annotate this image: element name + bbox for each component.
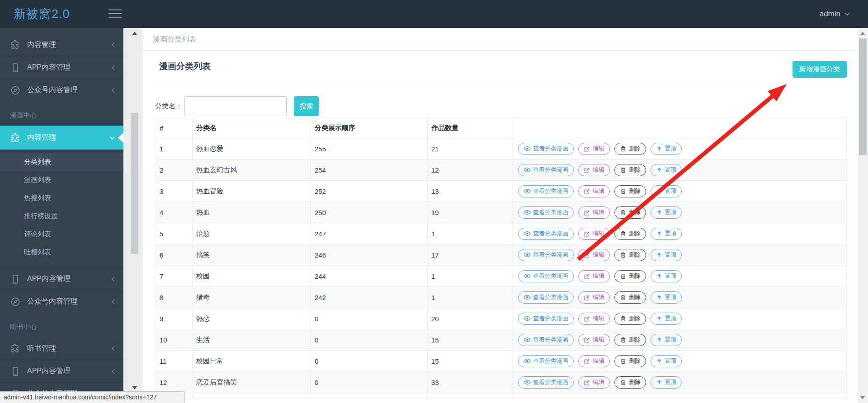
delete-button[interactable]: 删除 (614, 355, 646, 367)
delete-button[interactable]: 删除 (614, 206, 646, 219)
cell-count: 20 (428, 308, 513, 329)
pin-top-button[interactable]: 置顶 (651, 206, 682, 219)
delete-button[interactable]: 删除 (614, 291, 646, 304)
sidebar-item-content-mgmt-active[interactable]: 内容管理 (0, 126, 123, 150)
cell-name: 校园日常 (193, 351, 311, 372)
delete-button[interactable]: 删除 (614, 185, 646, 197)
delete-button[interactable]: 删除 (614, 376, 646, 389)
sidebar-item-wechat-content-mgmt-2[interactable]: 公众号内容管理 (0, 290, 123, 313)
cell-name: 校园 (193, 266, 311, 287)
pin-top-button[interactable]: 置顶 (651, 313, 682, 325)
view-category-comics-button[interactable]: 查看分类漫画 (518, 249, 574, 261)
table-row: 3 热血冒险 252 13 查看分类漫画 (156, 181, 847, 202)
pin-top-button[interactable]: 置顶 (651, 185, 682, 197)
view-category-comics-button[interactable]: 查看分类漫画 (518, 185, 574, 197)
table-row: 7 校园 244 1 查看分类漫画 (156, 266, 847, 287)
trash-icon (620, 358, 627, 365)
view-category-comics-button[interactable]: 查看分类漫画 (518, 143, 574, 155)
view-category-comics-button[interactable]: 查看分类漫画 (518, 355, 574, 367)
edit-button[interactable]: 编辑 (578, 270, 610, 282)
trash-icon (620, 379, 627, 386)
view-category-comics-button[interactable]: 查看分类漫画 (518, 270, 574, 282)
arrow-up-icon (656, 358, 662, 364)
edit-button[interactable]: 编辑 (578, 355, 610, 367)
chevron-left-icon (111, 42, 115, 48)
pin-top-button[interactable]: 置顶 (651, 249, 682, 261)
sidebar-subitem-comment-list[interactable]: 评论列表 (0, 225, 123, 243)
phone-icon (10, 62, 21, 73)
inner-scrollbar-thumb[interactable] (131, 113, 138, 254)
edit-button[interactable]: 编辑 (578, 291, 610, 304)
edit-button[interactable]: 编辑 (578, 206, 610, 219)
pin-top-button[interactable]: 置顶 (651, 270, 682, 282)
sidebar-toggle-icon[interactable] (108, 9, 122, 19)
pin-top-button[interactable]: 置顶 (651, 164, 682, 176)
cell-index: 11 (156, 351, 193, 372)
sidebar-item-app-content-mgmt[interactable]: APP内容管理 (0, 56, 123, 79)
inner-scrollbar[interactable] (130, 28, 139, 403)
trash-icon (620, 145, 627, 152)
view-category-comics-button[interactable]: 查看分类漫画 (518, 291, 574, 304)
table-row: 12 恋爱后宫搞笑 0 33 查看分类漫画 (156, 372, 847, 393)
edit-button[interactable]: 编辑 (578, 334, 610, 346)
cell-actions: 查看分类漫画 编辑 删除 (513, 329, 847, 351)
sidebar-item-wechat-content-mgmt[interactable]: 公众号内容管理 (0, 79, 123, 101)
sidebar-item-audiobook-mgmt[interactable]: 听书管理 (0, 337, 123, 360)
sidebar-subitem-category-list[interactable]: 分类列表 (0, 153, 123, 171)
view-category-comics-button[interactable]: 查看分类漫画 (518, 376, 574, 389)
edit-button[interactable]: 编辑 (578, 143, 610, 155)
sidebar-subitem-hot-search-list[interactable]: 热搜列表 (0, 189, 123, 207)
edit-button[interactable]: 编辑 (578, 228, 610, 240)
delete-button[interactable]: 删除 (614, 334, 646, 346)
eye-icon (524, 187, 531, 195)
edit-button[interactable]: 编辑 (578, 313, 610, 325)
sidebar-item-content-mgmt[interactable]: 内容管理 (0, 33, 123, 56)
sidebar-item-app-content-mgmt-3[interactable]: APP内容管理 (0, 360, 123, 382)
delete-button[interactable]: 删除 (614, 249, 646, 261)
sidebar-subitem-comic-list[interactable]: 漫画列表 (0, 171, 123, 189)
view-category-comics-button[interactable]: 查看分类漫画 (518, 228, 574, 240)
user-menu[interactable]: admin (820, 0, 850, 28)
eye-icon (524, 272, 531, 280)
search-button[interactable]: 搜索 (294, 96, 319, 116)
cell-actions: 查看分类漫画 编辑 删除 (513, 266, 847, 287)
pin-top-button[interactable]: 置顶 (651, 355, 682, 367)
delete-button[interactable]: 删除 (614, 143, 646, 155)
delete-button[interactable]: 删除 (614, 164, 646, 176)
delete-button[interactable]: 删除 (614, 228, 646, 240)
view-category-comics-button[interactable]: 查看分类漫画 (518, 334, 574, 346)
delete-button[interactable]: 删除 (614, 270, 646, 282)
chevron-left-icon (111, 65, 115, 71)
scroll-down-icon[interactable] (860, 396, 865, 399)
cell-count: 19 (428, 202, 513, 223)
browser-scrollbar[interactable] (858, 28, 868, 403)
edit-button[interactable]: 编辑 (578, 376, 610, 389)
scroll-up-icon[interactable] (860, 32, 865, 35)
pin-top-button[interactable]: 置顶 (651, 291, 682, 304)
pin-top-button[interactable]: 置顶 (651, 376, 682, 389)
sidebar-subitem-ranking-settings[interactable]: 排行榜设置 (0, 207, 123, 225)
edit-button[interactable]: 编辑 (578, 185, 610, 197)
cell-actions: 查看分类漫画 编辑 删除 (513, 223, 847, 244)
pin-top-button[interactable]: 置顶 (651, 228, 682, 240)
scroll-up-icon[interactable] (132, 32, 137, 35)
app-logo[interactable]: 新被窝2.0 (14, 0, 70, 28)
eye-icon (524, 209, 531, 216)
view-category-comics-button[interactable]: 查看分类漫画 (518, 206, 574, 219)
compass-icon (10, 85, 21, 96)
pin-top-button[interactable]: 置顶 (651, 334, 682, 346)
view-category-comics-button[interactable]: 查看分类漫画 (518, 313, 574, 325)
cell-name: 热恋 (193, 308, 311, 329)
edit-button[interactable]: 编辑 (578, 164, 610, 176)
sidebar-subitem-tucao-list[interactable]: 吐槽列表 (0, 243, 123, 261)
table-row: 9 热恋 0 20 查看分类漫画 (156, 308, 847, 329)
pin-top-button[interactable]: 置顶 (651, 143, 682, 155)
view-category-comics-button[interactable]: 查看分类漫画 (518, 164, 574, 176)
sidebar-item-app-content-mgmt-2[interactable]: APP内容管理 (0, 267, 123, 290)
scroll-down-icon[interactable] (132, 386, 137, 389)
delete-button[interactable]: 删除 (614, 313, 646, 325)
category-name-input[interactable] (184, 96, 287, 116)
add-category-button[interactable]: 新增漫画分类 (793, 61, 847, 78)
edit-button[interactable]: 编辑 (578, 249, 610, 261)
browser-scrollbar-thumb[interactable] (859, 38, 867, 155)
